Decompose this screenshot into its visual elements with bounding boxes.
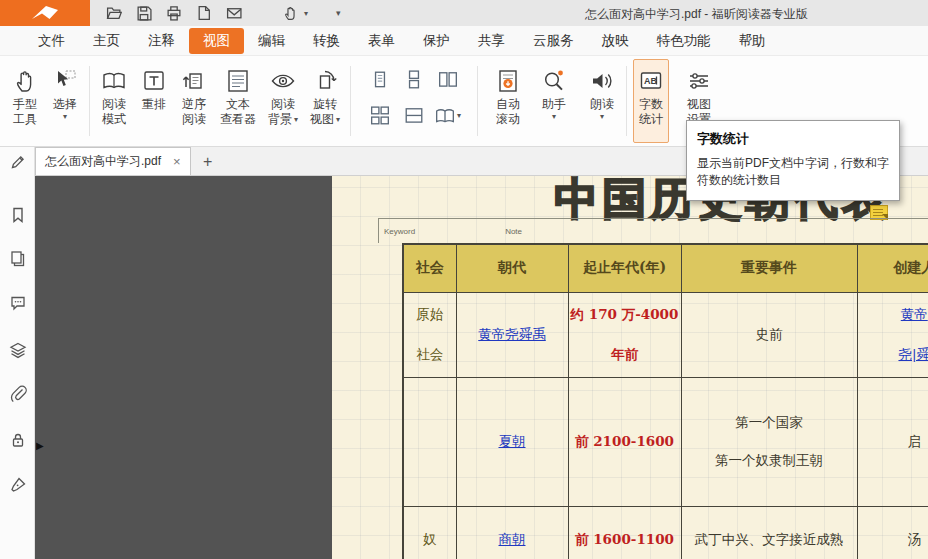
- document-tab[interactable]: 怎么面对高中学习.pdf ×: [35, 147, 191, 175]
- assistant-label: 助手: [542, 97, 566, 112]
- events-cell: 第一个国家: [735, 414, 803, 432]
- new-tab-button[interactable]: +: [195, 149, 221, 175]
- edit-pencil-icon[interactable]: [8, 152, 27, 171]
- foxit-logo-icon: [30, 5, 60, 21]
- history-table: 社会 朝代 起止年代(年) 重要事件 创建人 原始社会 黄帝尧舜禹 约 170 …: [402, 243, 928, 559]
- menu-view[interactable]: 视图: [189, 28, 244, 54]
- auto-scroll-label: 自动: [496, 97, 520, 112]
- hand-tool-label2: 工具: [13, 112, 37, 127]
- ribbon-separator: [89, 66, 90, 136]
- reverse-reading-label: 逆序: [182, 97, 206, 112]
- rotate-view-icon: [312, 65, 338, 97]
- rotate-view-button[interactable]: 旋转 视图▾: [306, 59, 344, 143]
- print-icon[interactable]: [166, 5, 182, 21]
- text-viewer-icon: [225, 65, 251, 97]
- menu-cloud[interactable]: 云服务: [519, 28, 588, 54]
- menu-features[interactable]: 特色功能: [643, 28, 725, 54]
- window-title: 怎么面对高中学习.pdf - 福昕阅读器专业版: [585, 6, 808, 23]
- signature-pen-icon[interactable]: [8, 475, 27, 494]
- reading-background-button[interactable]: 阅读 背景▾: [264, 59, 302, 143]
- attachments-paperclip-icon[interactable]: [8, 384, 27, 403]
- select-tool-button[interactable]: 选择 ▾: [47, 59, 83, 143]
- bookmark-icon[interactable]: [8, 205, 27, 224]
- assistant-magnifier-icon: [541, 65, 567, 97]
- reverse-reading-label2: 阅读: [182, 112, 206, 127]
- menu-home[interactable]: 主页: [79, 28, 134, 54]
- menu-share[interactable]: 共享: [464, 28, 519, 54]
- text-viewer-label: 文本: [226, 97, 250, 112]
- read-mode-label: 阅读: [102, 97, 126, 112]
- society-cell: 奴: [423, 531, 437, 547]
- menu-edit[interactable]: 编辑: [244, 28, 299, 54]
- header-period: 起止年代(年): [568, 244, 681, 292]
- text-viewer-button[interactable]: 文本 查看器: [216, 59, 260, 143]
- pdf-page: 中国历史朝代表 Keyword Note 社会 朝代 起止年代(年) 重要事件 …: [332, 176, 928, 559]
- menu-protect[interactable]: 保护: [409, 28, 464, 54]
- header-events: 重要事件: [681, 244, 857, 292]
- word-count-tooltip: 字数统计 显示当前PDF文档中字词，行数和字符数的统计数目: [686, 120, 900, 201]
- founder-cell: 启: [908, 433, 922, 449]
- tab-close-icon[interactable]: ×: [173, 155, 181, 168]
- title-bar: ▾ ▾ 怎么面对高中学习.pdf - 福昕阅读器专业版: [0, 0, 928, 26]
- speaker-icon: [589, 65, 615, 97]
- sidebar-expand-handle[interactable]: ▶: [36, 440, 44, 452]
- save-icon[interactable]: [136, 5, 152, 21]
- menu-file[interactable]: 文件: [24, 28, 79, 54]
- auto-scroll-button[interactable]: 自动 滚动: [490, 59, 526, 143]
- read-mode-label2: 模式: [102, 112, 126, 127]
- hand-tool-icon: [12, 65, 38, 97]
- dynasty-link[interactable]: 黄帝尧舜禹: [478, 326, 546, 342]
- mail-icon[interactable]: [226, 5, 242, 21]
- header-founder: 创建人: [857, 244, 928, 292]
- hand-gesture-dropdown-caret-icon[interactable]: ▾: [304, 9, 308, 18]
- ribbon-separator: [626, 66, 627, 136]
- dynasty-link[interactable]: 商朝: [499, 531, 526, 547]
- dynasty-link[interactable]: 夏朝: [499, 433, 526, 449]
- word-count-label2: 统计: [639, 112, 663, 127]
- book-view-layout-icon[interactable]: ▾: [433, 104, 463, 128]
- comments-icon[interactable]: [8, 293, 27, 312]
- single-page-layout-icon[interactable]: [368, 68, 392, 92]
- reflow-button[interactable]: 重排: [136, 59, 172, 143]
- reverse-reading-button[interactable]: 逆序 阅读: [176, 59, 212, 143]
- menu-comment[interactable]: 注释: [134, 28, 189, 54]
- quick-access-toolbar: ▾ ▾: [106, 5, 341, 21]
- hand-tool-button[interactable]: 手型 工具: [7, 59, 43, 143]
- reading-background-label: 阅读: [271, 97, 295, 112]
- read-mode-button[interactable]: 阅读 模式: [96, 59, 132, 143]
- society-cell: 原始: [416, 306, 443, 324]
- layers-icon[interactable]: [8, 340, 27, 359]
- menu-convert[interactable]: 转换: [299, 28, 354, 54]
- continuous-facing-layout-icon[interactable]: [368, 104, 392, 128]
- page-thumbnails-icon[interactable]: [8, 249, 27, 268]
- split-view-layout-icon[interactable]: [402, 104, 426, 128]
- text-viewer-label2: 查看器: [220, 112, 256, 127]
- read-aloud-button[interactable]: 朗读 ▾: [584, 59, 620, 143]
- word-count-button[interactable]: AB 字数 统计: [633, 59, 669, 143]
- open-file-icon[interactable]: [106, 5, 122, 21]
- menu-help[interactable]: 帮助: [725, 28, 780, 54]
- hand-gesture-icon[interactable]: [282, 5, 298, 21]
- menu-bar: 文件 主页 注释 视图 编辑 转换 表单 保护 共享 云服务 放映 特色功能 帮…: [0, 26, 928, 56]
- menu-form[interactable]: 表单: [354, 28, 409, 54]
- rotate-view-caret-icon: ▾: [336, 115, 340, 125]
- security-lock-icon[interactable]: [8, 430, 27, 449]
- select-tool-label: 选择: [53, 97, 77, 112]
- assistant-button[interactable]: 助手 ▾: [536, 59, 572, 143]
- view-settings-label: 视图: [687, 97, 711, 112]
- quick-access-chevron-icon[interactable]: ▾: [336, 8, 341, 18]
- header-dynasty: 朝代: [456, 244, 568, 292]
- period-cell: 前 1600-1100: [575, 531, 674, 547]
- foxit-logo-button[interactable]: [0, 0, 90, 26]
- table-row: 原始社会 黄帝尧舜禹 约 170 万-4000年前 史前 黄帝尧|舜: [403, 292, 928, 377]
- facing-layout-icon[interactable]: [436, 68, 460, 92]
- continuous-layout-icon[interactable]: [402, 68, 426, 92]
- export-icon[interactable]: [196, 5, 212, 21]
- founder-link[interactable]: 黄帝: [901, 306, 928, 324]
- founder-cell: 汤: [908, 531, 922, 547]
- founder-link[interactable]: 尧|舜: [898, 346, 928, 364]
- reading-background-label2: 背景: [268, 112, 292, 127]
- menu-present[interactable]: 放映: [588, 28, 643, 54]
- header-society: 社会: [403, 244, 456, 292]
- svg-text:AB: AB: [644, 76, 657, 86]
